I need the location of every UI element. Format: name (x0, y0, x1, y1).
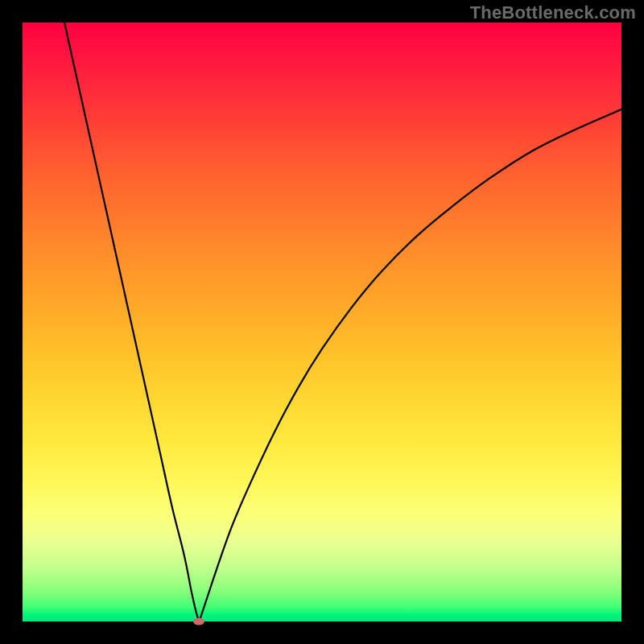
chart-frame: TheBottleneck.com (0, 0, 644, 644)
bottleneck-curve (23, 23, 621, 621)
plot-area (23, 23, 621, 621)
minimum-dot (193, 618, 204, 625)
watermark-text: TheBottleneck.com (470, 2, 636, 23)
